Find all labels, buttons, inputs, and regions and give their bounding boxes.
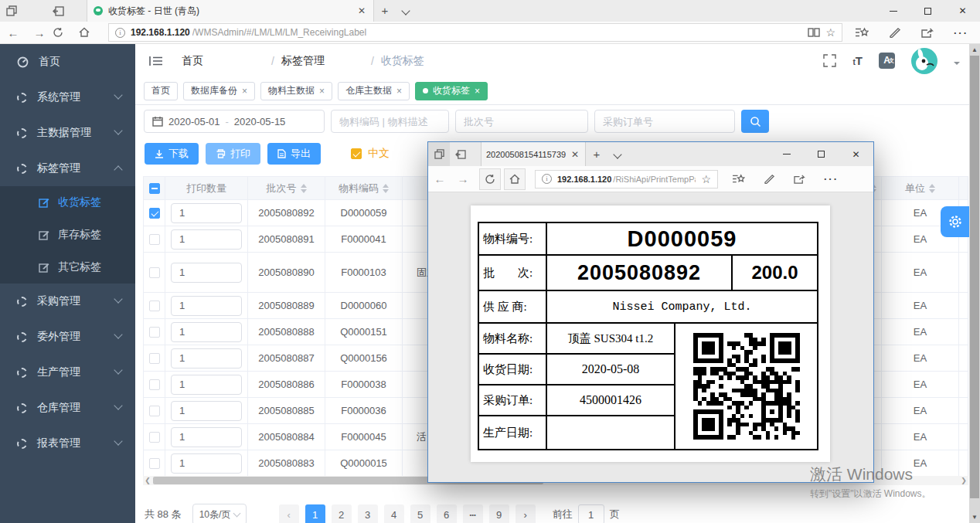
row-checkbox[interactable] [149,301,160,311]
popup-info-icon[interactable]: i [542,174,552,184]
material-search-input[interactable] [339,116,441,127]
menu-fold-icon[interactable] [149,56,163,66]
download-button[interactable]: 下载 [145,143,199,165]
sidebar-item-系统管理[interactable]: 系统管理 [0,80,135,115]
page-tab-close-icon[interactable]: × [475,86,480,97]
page-button-5[interactable]: 5 [410,504,430,523]
popup-forward-icon[interactable]: → [451,172,475,185]
popup-new-tab-button[interactable]: + [586,142,607,166]
sidebar-item-仓库管理[interactable]: 仓库管理 [0,390,135,426]
page-ellipsis[interactable]: ••• [463,504,483,523]
popup-tab[interactable]: 20200508154115739.pd ✕ [481,142,586,166]
print-qty-input[interactable] [171,322,242,342]
annotate-pen-icon[interactable] [889,27,901,38]
favorite-star-icon[interactable]: ☆ [825,26,835,39]
print-qty-input[interactable] [171,375,242,395]
fullscreen-icon[interactable] [823,54,836,67]
print-qty-input[interactable] [171,263,242,283]
page-button-9[interactable]: 9 [489,504,509,523]
goto-page-input[interactable] [578,504,604,523]
search-button[interactable] [741,110,769,133]
settings-gear-button[interactable] [941,206,969,237]
new-tab-button[interactable]: + [374,0,396,22]
popup-annotate-pen-icon[interactable] [764,174,775,184]
page-size-select[interactable]: 10条/页 [192,504,247,523]
breadcrumb-label-mgmt[interactable]: 标签管理 [281,54,364,68]
chinese-checkbox[interactable] [351,148,362,159]
popup-address-bar[interactable]: i 192.168.1.120/RiShiApi/PrintTempPath/2… [535,170,718,188]
print-qty-input[interactable] [171,401,242,421]
popup-tab-close-icon[interactable]: ✕ [570,149,580,160]
popup-tab-preview-icon[interactable] [428,142,450,166]
po-search-input[interactable] [603,116,726,127]
print-qty-input[interactable] [171,229,242,250]
sort-caret-icon[interactable] [929,184,935,193]
scroll-up-icon[interactable]: ▲ [969,44,980,56]
sidebar-item-生产管理[interactable]: 生产管理 [0,355,135,390]
row-checkbox[interactable] [149,432,160,443]
sidebar-item-报表管理[interactable]: 报表管理 [0,426,135,461]
breadcrumb-home[interactable]: 首页 [182,54,264,68]
share-icon[interactable] [921,27,934,38]
row-checkbox[interactable] [149,208,160,219]
sidebar-subitem-收货标签[interactable]: 收货标签 [0,186,135,219]
next-page-button[interactable]: › [516,504,536,523]
sidebar-item-首页[interactable]: 首页 [0,44,135,80]
info-icon[interactable]: i [115,28,125,38]
page-tab-仓库主数据[interactable]: 仓库主数据× [338,82,410,100]
page-tab-物料主数据[interactable]: 物料主数据× [260,82,332,100]
row-checkbox[interactable] [149,406,160,416]
page-button-3[interactable]: 3 [358,504,378,523]
sidebar-item-标签管理[interactable]: 标签管理 [0,151,135,186]
row-checkbox[interactable] [149,267,160,278]
reading-view-icon[interactable] [808,28,820,37]
popup-home-icon[interactable] [504,168,526,190]
page-tab-收货标签[interactable]: 收货标签× [415,82,488,100]
print-qty-input[interactable] [171,453,242,474]
sidebar-subitem-库存标签[interactable]: 库存标签 [0,219,135,251]
popup-refresh-icon[interactable] [479,168,501,190]
page-tab-数据库备份[interactable]: 数据库备份× [183,82,255,100]
refresh-icon[interactable] [53,27,79,38]
sidebar-item-采购管理[interactable]: 采购管理 [0,284,135,319]
tab-close-icon[interactable]: ✕ [356,5,367,16]
page-button-6[interactable]: 6 [437,504,457,523]
scroll-down-icon[interactable]: ▼ [969,511,980,523]
page-button-1[interactable]: 1 [305,504,325,523]
more-options-icon[interactable]: ··· [954,27,968,39]
window-minimize-button[interactable] [876,0,910,22]
tab-preview-icon[interactable] [0,0,23,22]
browser-tab[interactable]: 收货标签 - 日世 (青岛) ✕ [87,0,374,22]
row-checkbox[interactable] [149,327,160,338]
select-all-checkbox[interactable] [149,183,160,194]
popup-share-icon[interactable] [794,174,805,184]
print-qty-input[interactable] [171,296,242,316]
forward-icon[interactable]: → [26,26,53,39]
print-qty-input[interactable] [171,203,242,223]
export-button[interactable]: 导出 [267,143,321,165]
browser-vertical-scrollbar[interactable]: ▲ ▼ [969,44,980,523]
window-maximize-button[interactable] [910,0,945,22]
row-checkbox[interactable] [149,458,160,469]
home-icon[interactable] [79,27,105,38]
avatar[interactable] [911,48,937,74]
back-icon[interactable]: ← [0,26,26,39]
popup-close-button[interactable]: ✕ [839,142,873,166]
scroll-right-icon[interactable]: ❯ [959,476,968,485]
popup-set-tabs-aside-icon[interactable] [450,142,471,166]
row-checkbox[interactable] [149,379,160,390]
set-tabs-aside-icon[interactable] [46,0,70,22]
sidebar-item-主数据管理[interactable]: 主数据管理 [0,115,135,151]
user-menu-caret-icon[interactable] [954,62,960,68]
popup-back-icon[interactable]: ← [428,172,451,185]
print-qty-input[interactable] [171,427,242,447]
page-tab-close-icon[interactable]: × [319,86,325,97]
sidebar-subitem-其它标签[interactable]: 其它标签 [0,251,135,284]
row-checkbox[interactable] [149,353,160,364]
page-tab-close-icon[interactable]: × [396,86,402,97]
sidebar-item-委外管理[interactable]: 委外管理 [0,319,135,355]
row-checkbox[interactable] [149,234,160,245]
batch-search-input[interactable] [464,116,580,127]
popup-minimize-button[interactable] [769,142,804,166]
window-close-button[interactable]: ✕ [945,0,980,22]
